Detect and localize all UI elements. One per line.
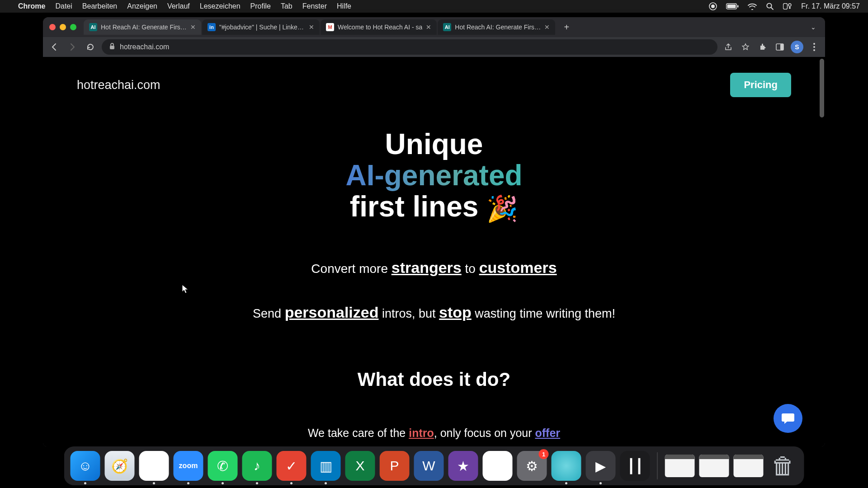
dock-app-settings[interactable]: ⚙1 bbox=[517, 451, 547, 481]
svg-point-14 bbox=[813, 46, 815, 48]
window-minimize-button[interactable] bbox=[60, 24, 66, 30]
control-center-icon[interactable] bbox=[783, 3, 792, 9]
svg-point-9 bbox=[789, 7, 791, 9]
dock-minimized-window[interactable] bbox=[734, 455, 764, 477]
tab-linkedin[interactable]: in "#jobadvice" | Suche | LinkedIn ✕ bbox=[202, 19, 320, 35]
profile-avatar[interactable]: S bbox=[791, 41, 803, 53]
spotlight-icon[interactable] bbox=[766, 2, 774, 10]
svg-rect-10 bbox=[110, 46, 114, 49]
battery-icon[interactable] bbox=[726, 3, 739, 9]
menu-profile[interactable]: Profile bbox=[250, 2, 271, 10]
menu-tab[interactable]: Tab bbox=[281, 2, 292, 10]
dock-app-drive[interactable]: ▲ bbox=[483, 451, 513, 481]
address-bar[interactable]: hotreachai.com bbox=[102, 39, 717, 55]
favicon-icon: M bbox=[326, 23, 334, 31]
menu-fenster[interactable]: Fenster bbox=[302, 2, 327, 10]
dock-app-word[interactable]: W bbox=[414, 451, 444, 481]
share-icon[interactable] bbox=[722, 41, 735, 53]
dock-app-imovie[interactable]: ★ bbox=[448, 451, 478, 481]
chat-bubble-icon bbox=[781, 412, 795, 425]
macos-dock: ☺🧭◉zoom✆♪✓▥XPW★▲⚙1▶┃┃ 🗑 bbox=[64, 446, 804, 485]
emphasis-stop: stop bbox=[439, 304, 472, 321]
text-fragment: Convert more bbox=[311, 262, 391, 276]
tab-close-icon[interactable]: ✕ bbox=[426, 23, 431, 31]
hero-heading: Unique AI-generated first lines 🎉 bbox=[43, 129, 825, 223]
svg-rect-12 bbox=[780, 44, 783, 50]
page-content: hotreachai.com Pricing Unique AI-generat… bbox=[43, 57, 825, 446]
dock-trash[interactable]: 🗑 bbox=[768, 451, 798, 481]
svg-line-6 bbox=[771, 8, 774, 10]
section-heading: What does it do? bbox=[43, 369, 825, 390]
favicon-icon: AI bbox=[443, 23, 451, 31]
window-zoom-button[interactable] bbox=[70, 24, 76, 30]
dock-app-finder[interactable]: ☺ bbox=[71, 451, 100, 481]
dock-minimized-window[interactable] bbox=[665, 455, 695, 477]
menubar-app-name[interactable]: Chrome bbox=[18, 2, 45, 10]
tab-close-icon[interactable]: ✕ bbox=[544, 23, 550, 31]
text-fragment: , only focus on your bbox=[434, 427, 535, 439]
dock-app-safari[interactable]: 🧭 bbox=[105, 451, 135, 481]
menu-verlauf[interactable]: Verlauf bbox=[167, 2, 190, 10]
sidepanel-icon[interactable] bbox=[774, 41, 786, 53]
site-header: hotreachai.com Pricing bbox=[43, 57, 825, 97]
forward-button[interactable] bbox=[66, 40, 79, 54]
text-fragment: to bbox=[462, 262, 479, 276]
kebab-menu-icon[interactable] bbox=[808, 41, 821, 53]
cursor-icon bbox=[182, 284, 189, 294]
chrome-tabbar: AI Hot Reach AI: Generate First L ✕ in "… bbox=[43, 17, 825, 37]
dock-app-voice-memos[interactable]: ┃┃ bbox=[620, 451, 650, 481]
dock-minimized-window[interactable] bbox=[699, 455, 729, 477]
dock-app-chrome[interactable]: ◉ bbox=[139, 451, 169, 481]
tab-list-chevron-icon[interactable]: ⌄ bbox=[806, 23, 821, 31]
svg-rect-7 bbox=[783, 4, 788, 9]
lock-icon bbox=[109, 42, 115, 52]
reload-button[interactable] bbox=[84, 40, 97, 54]
dock-app-powerpoint[interactable]: P bbox=[380, 451, 410, 481]
dock-app-todoist[interactable]: ✓ bbox=[277, 451, 307, 481]
menu-bearbeiten[interactable]: Bearbeiten bbox=[82, 2, 117, 10]
chat-widget-button[interactable] bbox=[774, 404, 802, 433]
svg-rect-4 bbox=[737, 5, 739, 8]
dock-app-circle-app[interactable] bbox=[552, 451, 581, 481]
chrome-toolbar: hotreachai.com S bbox=[43, 37, 825, 57]
link-offer[interactable]: offer bbox=[535, 427, 561, 439]
svg-rect-3 bbox=[727, 5, 736, 8]
menubar-datetime[interactable]: Fr. 17. März 09:57 bbox=[801, 2, 860, 10]
svg-point-15 bbox=[813, 49, 815, 51]
scrollbar-thumb[interactable] bbox=[820, 59, 824, 117]
wifi-icon[interactable] bbox=[748, 3, 757, 10]
menu-hilfe[interactable]: Hilfe bbox=[337, 2, 351, 10]
dock-app-trello[interactable]: ▥ bbox=[311, 451, 341, 481]
dock-app-excel[interactable]: X bbox=[345, 451, 375, 481]
menu-lesezeichen[interactable]: Lesezeichen bbox=[200, 2, 241, 10]
emphasis-personalized: personalized bbox=[285, 304, 379, 321]
tab-hotreach-2[interactable]: AI Hot Reach AI: Generate First L ✕ bbox=[438, 19, 555, 35]
trash-icon: 🗑 bbox=[771, 452, 795, 479]
pricing-button[interactable]: Pricing bbox=[730, 73, 791, 97]
screen-record-icon[interactable] bbox=[709, 2, 717, 10]
tab-close-icon[interactable]: ✕ bbox=[190, 23, 196, 31]
site-logo[interactable]: hotreachai.com bbox=[77, 78, 160, 92]
dock-app-quicktime[interactable]: ▶ bbox=[586, 451, 616, 481]
bookmark-star-icon[interactable] bbox=[739, 41, 752, 53]
chrome-window: AI Hot Reach AI: Generate First L ✕ in "… bbox=[43, 17, 825, 446]
dock-app-whatsapp[interactable]: ✆ bbox=[208, 451, 238, 481]
back-button[interactable] bbox=[47, 40, 61, 54]
extensions-icon[interactable] bbox=[756, 41, 769, 53]
window-close-button[interactable] bbox=[49, 24, 56, 30]
dock-app-spotify[interactable]: ♪ bbox=[242, 451, 272, 481]
emphasis-customers: customers bbox=[479, 259, 557, 276]
tab-close-icon[interactable]: ✕ bbox=[309, 23, 314, 31]
macos-menubar: Chrome Datei Bearbeiten Anzeigen Verlauf… bbox=[0, 0, 868, 13]
hero: Unique AI-generated first lines 🎉 bbox=[43, 129, 825, 223]
menu-datei[interactable]: Datei bbox=[55, 2, 72, 10]
tab-gmail[interactable]: M Welcome to Hot Reach AI - sa ✕ bbox=[321, 19, 437, 35]
svg-point-1 bbox=[711, 5, 715, 8]
link-intro[interactable]: intro bbox=[409, 427, 434, 439]
menu-anzeigen[interactable]: Anzeigen bbox=[127, 2, 157, 10]
tab-hotreach-1[interactable]: AI Hot Reach AI: Generate First L ✕ bbox=[84, 19, 201, 35]
dock-app-zoom[interactable]: zoom bbox=[174, 451, 203, 481]
tab-title: "#jobadvice" | Suche | LinkedIn bbox=[219, 23, 305, 31]
new-tab-button[interactable]: + bbox=[560, 20, 573, 34]
dock-separator bbox=[657, 452, 658, 479]
